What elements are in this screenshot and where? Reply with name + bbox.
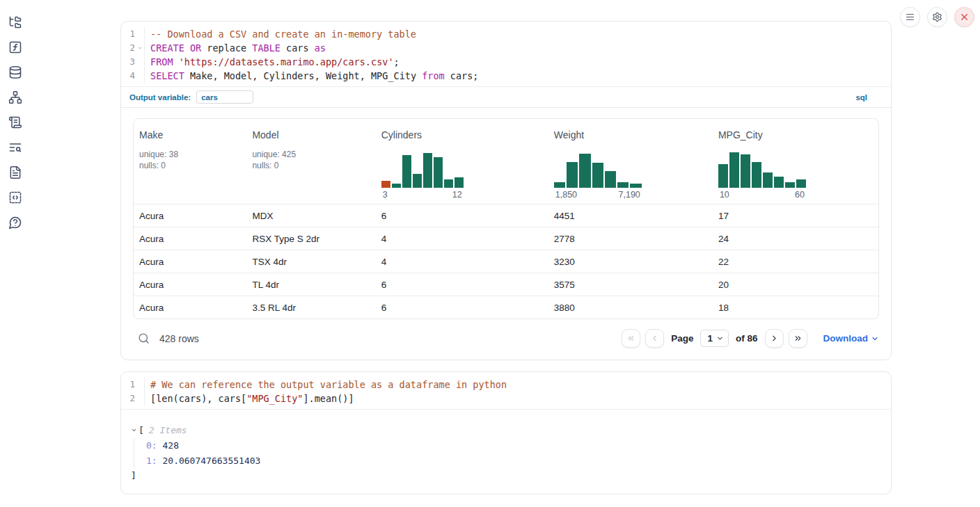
column-label[interactable]: Model xyxy=(252,129,278,140)
tree-entry-key: 1: xyxy=(146,456,162,466)
table-cell: Acura xyxy=(134,211,246,221)
table-cell: 4451 xyxy=(548,211,713,221)
scroll-text-icon[interactable] xyxy=(8,115,22,129)
fold-slot xyxy=(135,69,144,83)
first-page-button[interactable] xyxy=(622,329,640,348)
page-total-label: of 86 xyxy=(734,333,760,344)
histogram-bar xyxy=(455,177,464,188)
download-button[interactable]: Download xyxy=(823,333,880,344)
output-variable-input[interactable] xyxy=(196,90,253,104)
notebook-menu-button[interactable] xyxy=(900,7,920,27)
column-histogram[interactable]: 1060 xyxy=(718,151,806,200)
column-histogram[interactable]: 312 xyxy=(381,151,464,200)
tree-root: [ 2 Items xyxy=(131,423,880,437)
python-output-tree: [ 2 Items 0: 4281: 20.060747663551403 ] xyxy=(121,410,891,494)
code-line: -- Download a CSV and create an in-memor… xyxy=(150,27,478,41)
text-search-icon[interactable] xyxy=(8,140,22,154)
table-cell: 6 xyxy=(376,211,548,221)
last-page-button[interactable] xyxy=(789,329,807,348)
histogram-bar xyxy=(741,154,750,188)
histogram-bar xyxy=(630,184,641,188)
pagination: Page 1 of 86 Download xyxy=(622,329,879,348)
column-header-mpg_city: MPG_City1060 xyxy=(713,119,878,204)
line-number: 1 xyxy=(129,378,135,392)
table-cell: 20 xyxy=(713,280,878,290)
shutdown-button[interactable] xyxy=(954,7,974,27)
previous-page-button[interactable] xyxy=(645,329,664,348)
table-row: AcuraMDX6445117 xyxy=(134,204,878,227)
table-cell: 6 xyxy=(376,280,548,290)
output-variable-label: Output variable: xyxy=(129,93,191,102)
table-cell: 22 xyxy=(713,257,878,267)
code-square-icon[interactable] xyxy=(8,191,22,204)
database-icon[interactable] xyxy=(8,65,22,79)
tree-entry: 1: 20.060747663551403 xyxy=(146,453,880,469)
table-body: AcuraMDX6445117AcuraRSX Type S 2dr427782… xyxy=(134,204,878,319)
chevron-down-icon xyxy=(716,335,724,342)
file-tree-icon[interactable] xyxy=(8,15,22,29)
table-cell: 4 xyxy=(376,257,548,267)
download-label: Download xyxy=(823,333,869,344)
table-cell: Acura xyxy=(134,303,246,313)
column-label[interactable]: Make xyxy=(139,129,163,140)
histogram-bar xyxy=(592,163,603,188)
line-number: 1 xyxy=(129,27,135,41)
page-select[interactable]: 1 xyxy=(700,330,729,347)
code-line: FROM 'https://datasets.marimo.app/cars.c… xyxy=(150,55,478,69)
column-label[interactable]: Cylinders xyxy=(381,129,422,140)
column-label[interactable]: MPG_City xyxy=(718,129,763,140)
search-icon[interactable] xyxy=(138,332,150,344)
line-number: 3 xyxy=(129,55,135,69)
fold-slot xyxy=(135,392,144,405)
help-bubble-icon[interactable] xyxy=(8,216,22,230)
column-label[interactable]: Weight xyxy=(554,129,584,140)
tree-entry-key: 0: xyxy=(146,440,162,451)
histogram-axis: 312 xyxy=(381,190,464,200)
column-stats: unique: 425nulls: 0 xyxy=(252,149,370,171)
histogram-bar xyxy=(729,152,739,188)
network-icon[interactable] xyxy=(8,90,22,104)
column-header-make: Makeunique: 38nulls: 0 xyxy=(134,119,246,204)
histogram-bar xyxy=(413,174,422,188)
column-header-cylinders: Cylinders312 xyxy=(376,119,548,204)
python-code-editor[interactable]: 12# We can reference the output variable… xyxy=(121,372,891,410)
page-label: Page xyxy=(669,333,695,344)
table-row: AcuraRSX Type S 2dr4277824 xyxy=(134,227,878,250)
histogram-bar xyxy=(774,177,784,188)
next-page-button[interactable] xyxy=(765,329,784,348)
tree-entry-value: 428 xyxy=(162,440,178,451)
histogram-axis: 1060 xyxy=(718,190,806,200)
language-badge[interactable]: sql xyxy=(855,93,867,102)
code-lines[interactable]: -- Download a CSV and create an in-memor… xyxy=(145,27,478,83)
bracket-open: [ xyxy=(139,425,144,435)
table-cell: 17 xyxy=(713,211,878,221)
python-cell: 12# We can reference the output variable… xyxy=(120,371,892,494)
column-header-model: Modelunique: 425nulls: 0 xyxy=(246,119,375,204)
histogram-bar xyxy=(567,162,578,188)
table-cell: 4 xyxy=(376,234,548,244)
table-cell: 6 xyxy=(376,303,548,313)
histogram-bar xyxy=(392,184,401,188)
file-text-icon[interactable] xyxy=(8,166,22,179)
fold-chevron-icon[interactable] xyxy=(135,41,144,55)
column-histogram[interactable]: 1,8507,190 xyxy=(554,151,642,200)
table-cell: 24 xyxy=(713,234,878,244)
histogram-bar xyxy=(444,179,453,188)
table-cell: Acura xyxy=(134,234,246,244)
line-number: 2 xyxy=(129,392,135,405)
tree-entry-value: 20.060747663551403 xyxy=(162,456,260,466)
histogram-bar xyxy=(785,182,795,188)
tree-entry: 0: 428 xyxy=(146,438,880,453)
code-lines[interactable]: # We can reference the output variable a… xyxy=(145,378,507,405)
table-row: AcuraTL 4dr6357520 xyxy=(134,273,878,296)
collapse-chevron-icon[interactable] xyxy=(131,427,139,433)
function-square-icon[interactable] xyxy=(8,40,22,54)
code-line: CREATE OR replace TABLE cars as xyxy=(150,41,478,55)
histogram-bar xyxy=(381,181,390,188)
table-cell: MDX xyxy=(246,211,375,221)
table-footer: 428 rows Page 1 of 86 xyxy=(133,319,879,360)
fold-slot xyxy=(135,27,144,41)
code-line: SELECT Make, Model, Cylinders, Weight, M… xyxy=(150,69,478,83)
settings-button[interactable] xyxy=(927,7,947,27)
sql-code-editor[interactable]: 1234-- Download a CSV and create an in-m… xyxy=(121,22,891,86)
